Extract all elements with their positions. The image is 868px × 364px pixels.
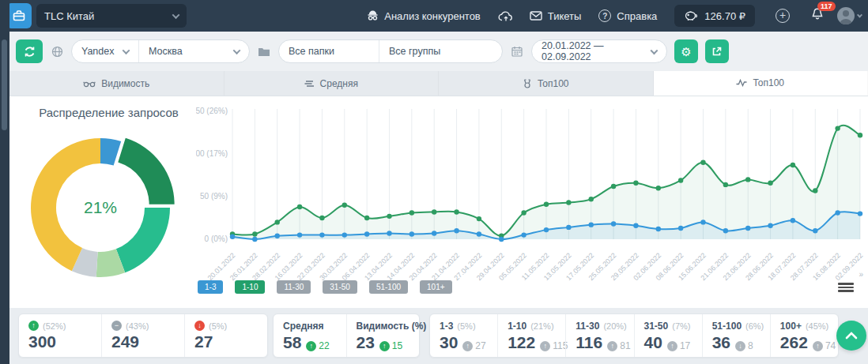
chart-menu-button[interactable] [838,283,854,294]
nav-competitors[interactable]: Анализ конкурентов [367,10,481,22]
chart-point[interactable]: 13.05.2022 — 1-10: 43 [566,200,571,205]
add-button[interactable]: + [776,9,790,23]
stat-cell[interactable]: ↑(52%)300 [19,314,101,357]
avatar-chevron-icon[interactable] [857,12,862,17]
chart-point[interactable]: 15.06.2022 — 1-10: 90 [700,160,705,165]
chart-point[interactable]: 08.06.2022 — 1-3: 13 [678,226,683,231]
stat-cell-1-10[interactable]: 1-10(21%)122↑115 [497,314,565,357]
tab-top100-summary[interactable]: Топ100 [439,71,654,96]
tab-visibility[interactable]: Видимость [9,71,225,96]
folders-filter[interactable]: Все папки [279,40,379,62]
chart-point[interactable]: 29.04.2022 — 1-3: 0 [499,237,504,242]
chart-point[interactable]: 02.06.2022 — 1-10: 60 [656,186,661,190]
chart-point[interactable]: 28.07.2022 — 1-10: 57 [813,188,817,193]
chart-point[interactable]: 28.07.2022 — 1-3: 10 [813,228,817,233]
chart-point[interactable]: 15.06.2022 — 1-3: 20 [700,220,705,224]
chart-point[interactable]: 18.07.2022 — 1-3: 22 [791,218,795,223]
chart-point[interactable]: 08.06.2022 — 1-10: 69 [678,178,683,182]
chart-point[interactable]: 16.03.2022 — 1-10: 38 [297,205,302,209]
chart-point[interactable]: 28.06.2022 — 1-3: 16 [768,223,772,228]
chart-point[interactable]: 21.04.2022 — 1-3: 10 [454,228,459,233]
chart-point[interactable]: 05.05.2022 — 1-3: 5 [521,232,526,237]
query-distribution-donut[interactable]: 1-3: 5%1-10: 21%11-30: 20%31-50: 7%51-10… [25,133,175,283]
positions-line-chart[interactable]: 0 (0%)50 (9%)100 (17%)150 (26%)20.01.202… [196,101,866,281]
chart-point[interactable]: 21.04.2022 — 1-10: 32 [454,209,459,214]
chart-point[interactable]: 02.06.2022 — 1-3: 12 [656,227,661,231]
chart-point[interactable]: 28.02.2022 — 1-3: 4 [275,233,280,238]
stat-cell-31-50[interactable]: 31-50(7%)40↑17 [634,314,702,357]
chart-point[interactable]: 20.04.2022 — 1-10: 32 [432,209,436,214]
chart-point[interactable]: 29.05.2022 — 1-3: 16 [633,223,638,228]
cloud-sync-icon[interactable] [498,10,514,22]
export-button[interactable] [705,39,729,63]
chart-point[interactable]: 05.05.2022 — 1-10: 31 [521,210,526,215]
region-select[interactable]: Москва [138,40,249,62]
chart-point[interactable]: 29.05.2022 — 1-10: 66 [633,181,638,186]
chart-point[interactable]: 20.04.2022 — 1-3: 7 [432,231,436,235]
donut-slice-1-3[interactable]: 1-3: 5% [100,138,121,166]
stat-cell-51-100[interactable]: 51-100(6%)36↓8 [702,314,770,357]
chart-point[interactable]: 06.04.2022 — 1-10: 25 [364,216,369,220]
chart-point[interactable]: 16.08.2022 — 1-10: 130 [835,126,840,130]
date-range-select[interactable]: 20.01.2022 — 02.09.2022 [531,39,667,63]
balance-indicator[interactable]: 126.70 ₽ [674,5,755,27]
tab-average[interactable]: Средняя [225,71,440,96]
scroll-top-button[interactable] [836,321,866,351]
chart-point[interactable]: 18.07.2022 — 1-10: 87 [791,163,795,167]
chart-point[interactable]: 02.09.2022 — 1-3: 30 [858,211,862,216]
stat-cell-100+[interactable]: 100+(45%)262↑74 [770,314,838,357]
chart-point[interactable]: 28.02.2022 — 1-10: 20 [275,220,280,224]
donut-slice-1-10[interactable]: 1-10: 21% [118,138,174,205]
chart-point[interactable]: 13.04.2022 — 1-10: 27 [387,214,391,219]
scrollbar-thumb[interactable] [2,39,7,130]
legend-button-31-50[interactable]: 31-50 [323,280,357,294]
chart-point[interactable]: 16.08.2022 — 1-3: 31 [835,210,840,215]
chart-point[interactable]: 25.05.2022 — 1-3: 18 [611,221,616,226]
stat-cell-Средняя[interactable]: Средняя58↑22 [274,314,346,357]
chart-point[interactable]: 26.01.2022 — 1-10: 6 [252,231,257,236]
chart-point[interactable]: 30.03.2022 — 1-10: 40 [342,203,347,208]
search-engine-select[interactable]: Yandex [72,40,138,62]
chart-point[interactable]: 14.04.2022 — 1-3: 6 [409,231,414,236]
tab-top100-chart[interactable]: Топ100 [654,71,868,96]
stat-cell-1-3[interactable]: 1-3(5%)30↑27 [430,314,497,357]
chart-point[interactable]: 27.04.2022 — 1-3: 6 [477,231,481,236]
chart-point[interactable]: 25.05.2022 — 1-10: 62 [611,184,616,189]
chart-point[interactable]: 27.04.2022 — 1-10: 24 [477,216,481,221]
chart-point[interactable]: 02.09.2022 — 1-10: 122 [858,133,862,137]
legend-button-51-100[interactable]: 51-100 [369,280,408,294]
chart-point[interactable]: 13.04.2022 — 1-3: 7 [387,231,391,235]
project-selector[interactable]: TLC Китай [36,4,187,28]
chart-point[interactable]: 21.06.2022 — 1-10: 64 [723,182,728,187]
chart-point[interactable]: 22.03.2022 — 1-10: 25 [319,216,324,220]
donut-slice-11-30[interactable]: 11-30: 20% [116,208,170,272]
stat-cell-11-30[interactable]: 11-30(20%)116↑81 [565,314,633,357]
notifications-button[interactable]: 117 [810,7,825,24]
chart-point[interactable]: 28.06.2022 — 1-10: 66 [768,181,772,186]
chart-point[interactable]: 23.06.2022 — 1-3: 13 [745,226,750,231]
chart-point[interactable]: 23.06.2022 — 1-10: 70 [745,177,750,182]
settings-button[interactable]: ⚙ [674,39,698,63]
chart-point[interactable]: 21.06.2022 — 1-3: 10 [723,228,728,233]
stat-cell-Видимость (%)[interactable]: Видимость (%)⚠23↑15 [346,314,420,357]
chart-point[interactable]: 26.01.2022 — 1-3: 0 [252,237,257,242]
legend-button-101+[interactable]: 101+ [420,280,452,294]
refresh-button[interactable] [16,39,43,63]
chart-point[interactable]: 14.04.2022 — 1-10: 31 [409,210,414,215]
stat-cell[interactable]: −(43%)249 [101,314,184,357]
chart-point[interactable]: 16.03.2022 — 1-3: 5 [297,232,302,237]
chart-point[interactable]: 06.04.2022 — 1-3: 6 [364,231,369,236]
avatar[interactable] [837,7,855,24]
chart-point[interactable]: 11.05.2022 — 1-3: 11 [544,227,549,232]
legend-button-11-30[interactable]: 11-30 [277,280,311,294]
groups-filter[interactable]: Все группы [379,40,502,62]
chart-point[interactable]: 17.05.2022 — 1-3: 17 [589,222,594,227]
chart-point[interactable]: 13.05.2022 — 1-3: 14 [566,225,571,230]
legend-button-1-3[interactable]: 1-3 [198,280,223,294]
legend-button-1-10[interactable]: 1-10 [235,280,265,294]
chart-point[interactable]: 22.03.2022 — 1-3: 5 [319,232,324,237]
nav-help[interactable]: ? Справка [598,9,657,22]
stat-cell[interactable]: ↓(5%)27 [184,314,267,357]
chart-point[interactable]: 20.01.2022 — 1-3: 3 [230,235,235,239]
chart-point[interactable]: 11.05.2022 — 1-10: 41 [544,202,549,207]
